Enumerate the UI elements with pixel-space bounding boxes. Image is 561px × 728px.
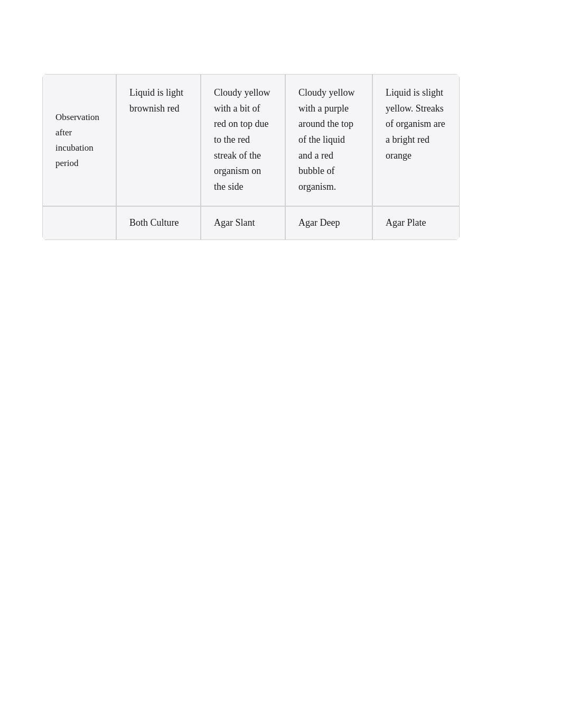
row-label-text: Observation after incubation period <box>55 112 99 168</box>
header-cell-empty <box>42 206 116 240</box>
table-row-data: Observation after incubation period Liqu… <box>42 74 460 206</box>
cell-agar-deep-text: Cloudy yellow with a purple around the t… <box>298 87 355 192</box>
header-cell-agar-plate: Agar Plate <box>372 206 460 240</box>
header-agar-deep-text: Agar Deep <box>298 217 340 228</box>
header-both-culture-text: Both Culture <box>129 217 179 228</box>
header-agar-plate-text: Agar Plate <box>386 217 426 228</box>
row-label-cell: Observation after incubation period <box>42 74 116 206</box>
table-row-header: Both Culture Agar Slant Agar Deep Agar P… <box>42 206 460 240</box>
cell-agar-slant: Cloudy yellow with a bit of red on top d… <box>201 74 285 206</box>
cell-agar-slant-text: Cloudy yellow with a bit of red on top d… <box>214 87 270 192</box>
header-cell-agar-deep: Agar Deep <box>285 206 372 240</box>
header-cell-agar-slant: Agar Slant <box>201 206 285 240</box>
cell-both-culture-text: Liquid is light brownish red <box>129 87 183 114</box>
header-agar-slant-text: Agar Slant <box>214 217 255 228</box>
cell-agar-deep: Cloudy yellow with a purple around the t… <box>285 74 372 206</box>
page-container: Observation after incubation period Liqu… <box>0 0 561 728</box>
cell-both-culture: Liquid is light brownish red <box>116 74 201 206</box>
header-cell-both-culture: Both Culture <box>116 206 201 240</box>
cell-agar-plate-text: Liquid is slight yellow. Streaks of orga… <box>386 87 445 161</box>
cell-agar-plate: Liquid is slight yellow. Streaks of orga… <box>372 74 460 206</box>
main-table: Observation after incubation period Liqu… <box>42 74 460 240</box>
